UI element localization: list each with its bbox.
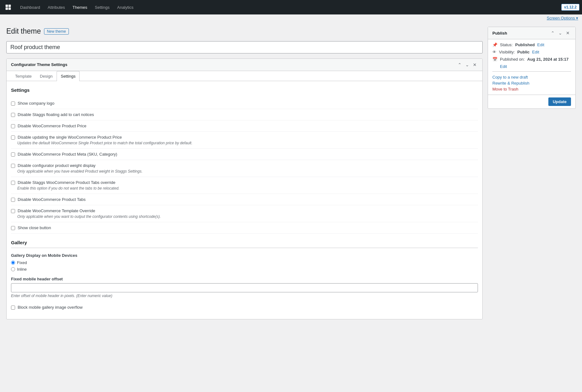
radio-fixed-label[interactable]: Fixed [11, 260, 478, 265]
copy-to-draft-link[interactable]: Copy to a new draft [492, 75, 571, 80]
collapse-down-button[interactable]: ⌄ [464, 62, 470, 68]
setting-row-show-close-button: Show close button [11, 222, 478, 234]
radio-inline-label[interactable]: Inline [11, 267, 478, 272]
publish-visibility-value: Public [517, 50, 529, 54]
config-tabs: Template Design Settings [7, 71, 482, 81]
radio-fixed[interactable] [11, 261, 15, 265]
checkbox-disable-staggs-floating-label[interactable]: Disable Staggs floating add to cart noti… [11, 112, 478, 117]
update-button[interactable]: Update [548, 97, 571, 106]
radio-inline[interactable] [11, 267, 15, 271]
close-panel-button[interactable]: ✕ [472, 62, 478, 68]
checkbox-disable-weight-text: Disable configurator product weight disp… [18, 163, 96, 168]
publish-close-button[interactable]: ✕ [565, 30, 571, 36]
checkbox-show-close-button[interactable] [11, 226, 15, 230]
gallery-display-radio-group: Fixed Inline [11, 260, 478, 272]
checkbox-block-gallery-label[interactable]: Block mobile gallery image overflow [11, 305, 478, 310]
content-area: Edit theme New theme Configurator Theme … [6, 27, 483, 385]
nav-themes[interactable]: Themes [69, 0, 91, 14]
checkbox-disable-woo-price[interactable] [11, 124, 15, 128]
checkbox-show-close-button-label[interactable]: Show close button [11, 225, 478, 230]
nav-logo [3, 2, 14, 13]
nav-analytics[interactable]: Analytics [113, 0, 137, 14]
config-panel-header: Configurator Theme Settings ⌃ ⌄ ✕ [7, 59, 482, 71]
checkbox-block-gallery[interactable] [11, 306, 15, 310]
publish-visibility-row: 👁 Visibility: Public Edit [492, 50, 571, 54]
publish-visibility-label: Visibility: [499, 50, 515, 54]
checkbox-disable-staggs-floating-text: Disable Staggs floating add to cart noti… [18, 112, 94, 117]
config-panel-title: Configurator Theme Settings [11, 62, 67, 67]
publish-status-value: Published [515, 42, 535, 47]
nav-attributes[interactable]: Attributes [44, 0, 69, 14]
checkbox-disable-staggs-floating[interactable] [11, 113, 15, 117]
fixed-offset-input[interactable] [11, 283, 478, 292]
publish-status-edit-link[interactable]: Edit [537, 42, 544, 47]
tab-template[interactable]: Template [11, 71, 36, 81]
checkbox-block-gallery-text: Block mobile gallery image overflow [18, 305, 83, 310]
publish-box-header: Publish ⌃ ⌄ ✕ [488, 27, 575, 39]
setting-row-disable-tabs-override: Disable Staggs WooCommerce Product Tabs … [11, 177, 478, 194]
disable-update-price-description: Updates the default WooCommerce Single P… [17, 141, 478, 145]
checkbox-disable-woo-tabs[interactable] [11, 198, 15, 202]
gallery-display-label: Gallery Display on Mobile Devices [11, 253, 478, 258]
gallery-heading: Gallery [11, 240, 478, 245]
setting-row-show-company-logo: Show company logo [11, 98, 478, 109]
publish-collapse-down-button[interactable]: ⌄ [557, 30, 563, 36]
tab-settings[interactable]: Settings [57, 71, 80, 81]
screen-options-button[interactable]: Screen Options ▾ [547, 16, 578, 20]
screen-options-bar: Screen Options ▾ [0, 14, 582, 22]
checkbox-disable-update-price[interactable] [11, 135, 15, 140]
publish-visibility-edit-link[interactable]: Edit [532, 50, 539, 54]
checkbox-disable-update-price-label[interactable]: Disable updating the single WooCommerce … [11, 135, 478, 140]
disable-tabs-override-description: Enable this option if you do not want th… [17, 186, 478, 190]
move-to-trash-link[interactable]: Move to Trash [492, 87, 571, 91]
new-theme-button[interactable]: New theme [44, 28, 69, 35]
checkbox-disable-tabs-override-label[interactable]: Disable Staggs WooCommerce Product Tabs … [11, 180, 478, 185]
checkbox-disable-weight-label[interactable]: Disable configurator product weight disp… [11, 163, 478, 168]
settings-section-heading: Settings [11, 87, 478, 93]
nav-settings[interactable]: Settings [91, 0, 114, 14]
checkbox-show-close-button-text: Show close button [18, 225, 51, 230]
svg-rect-2 [6, 8, 8, 10]
collapse-up-button[interactable]: ⌃ [457, 62, 463, 68]
configurator-panel: Configurator Theme Settings ⌃ ⌄ ✕ Templa… [6, 58, 483, 319]
publish-header-controls: ⌃ ⌄ ✕ [550, 30, 571, 36]
checkbox-disable-weight[interactable] [11, 164, 15, 168]
page-title-row: Edit theme New theme [6, 27, 483, 36]
svg-rect-1 [8, 5, 11, 7]
fixed-offset-hint: Enter offset of mobile header in pixels.… [11, 294, 478, 298]
nav-dashboard[interactable]: Dashboard [16, 0, 44, 14]
setting-row-disable-woo-tabs: Disable WooCommerce Product Tabs [11, 194, 478, 205]
publish-box: Publish ⌃ ⌄ ✕ 📌 Status: Published Edit � [488, 27, 576, 109]
setting-row-disable-woo-price: Disable WooCommerce Product Price [11, 120, 478, 132]
publish-date-value: Aug 21, 2024 at 15:17 [527, 57, 569, 62]
publish-box-title: Publish [492, 31, 507, 36]
theme-name-input[interactable] [6, 41, 483, 53]
checkbox-disable-tabs-override[interactable] [11, 181, 15, 185]
checkbox-disable-template-override-text: Disable WooCommerce Template Override [18, 208, 95, 213]
checkbox-disable-woo-price-label[interactable]: Disable WooCommerce Product Price [11, 124, 478, 128]
checkbox-disable-template-override[interactable] [11, 209, 15, 213]
rewrite-republish-link[interactable]: Rewrite & Republish [492, 81, 571, 86]
publish-actions: Copy to a new draft Rewrite & Republish … [492, 71, 571, 91]
settings-content: Settings Show company logo Disable Stagg… [7, 81, 482, 319]
checkbox-show-company-logo-label[interactable]: Show company logo [11, 101, 478, 106]
setting-row-block-gallery: Block mobile gallery image overflow [11, 302, 478, 313]
publish-collapse-up-button[interactable]: ⌃ [550, 30, 556, 36]
publish-date-edit-link[interactable]: Edit [500, 64, 507, 69]
checkbox-disable-woo-meta-label[interactable]: Disable WooCommerce Product Meta (SKU, C… [11, 152, 478, 157]
config-panel-controls: ⌃ ⌄ ✕ [457, 62, 478, 68]
svg-rect-3 [8, 8, 11, 10]
gallery-divider [11, 248, 478, 248]
checkbox-disable-woo-price-text: Disable WooCommerce Product Price [18, 124, 86, 128]
checkbox-disable-template-override-label[interactable]: Disable WooCommerce Template Override [11, 208, 478, 213]
tab-design[interactable]: Design [36, 71, 57, 81]
setting-row-disable-staggs-floating: Disable Staggs floating add to cart noti… [11, 109, 478, 120]
checkbox-disable-woo-tabs-label[interactable]: Disable WooCommerce Product Tabs [11, 197, 478, 202]
version-badge[interactable]: v1.12.2 [561, 4, 579, 11]
checkbox-disable-woo-meta-text: Disable WooCommerce Product Meta (SKU, C… [18, 152, 117, 157]
checkbox-disable-woo-meta[interactable] [11, 152, 15, 157]
checkbox-show-company-logo[interactable] [11, 102, 15, 106]
publish-status-row: 📌 Status: Published Edit [492, 42, 571, 47]
sidebar: Publish ⌃ ⌄ ✕ 📌 Status: Published Edit � [488, 27, 576, 385]
disable-template-override-description: Only applicable when you want to output … [17, 214, 478, 219]
